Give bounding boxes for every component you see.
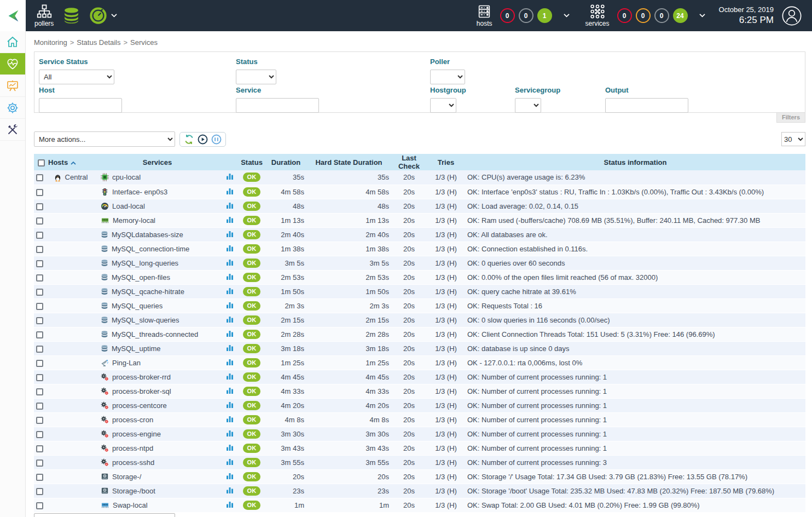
- graph-icon[interactable]: [226, 187, 234, 195]
- row-checkbox[interactable]: [36, 431, 43, 438]
- user-avatar[interactable]: [781, 5, 802, 26]
- poller-select[interactable]: [430, 70, 465, 84]
- pollers-menu[interactable]: pollers: [34, 4, 54, 27]
- row-checkbox[interactable]: [36, 346, 43, 353]
- hostgroup-select[interactable]: [430, 98, 456, 113]
- chevron-down-icon[interactable]: [563, 13, 570, 18]
- service-status-badge[interactable]: 0: [636, 8, 651, 23]
- breadcrumb-item[interactable]: Services: [130, 38, 158, 47]
- row-checkbox[interactable]: [36, 502, 43, 509]
- row-checkbox[interactable]: [36, 374, 43, 381]
- row-checkbox[interactable]: [36, 474, 43, 481]
- service-name[interactable]: MySQL_connection-time: [112, 245, 189, 253]
- graph-icon[interactable]: [226, 444, 234, 451]
- service-name[interactable]: MySQL_queries: [112, 302, 163, 310]
- page-size-select[interactable]: 30: [781, 132, 805, 146]
- graph-icon[interactable]: [226, 173, 234, 180]
- graph-icon[interactable]: [226, 273, 234, 280]
- row-checkbox[interactable]: [36, 217, 43, 225]
- chevron-down-icon[interactable]: [699, 13, 706, 18]
- service-name[interactable]: Interface- enp0s3: [112, 188, 167, 196]
- service-name[interactable]: Swap-local: [113, 501, 148, 509]
- select-all-checkbox[interactable]: [38, 159, 45, 166]
- output-input[interactable]: [605, 98, 688, 113]
- host-input[interactable]: [39, 98, 122, 113]
- service-status-badge[interactable]: 24: [673, 8, 688, 23]
- service-name[interactable]: process-centcore: [112, 401, 167, 410]
- status-select[interactable]: [236, 70, 276, 84]
- row-checkbox[interactable]: [36, 417, 43, 424]
- row-checkbox[interactable]: [36, 232, 43, 239]
- service-name[interactable]: Memory-local: [113, 216, 155, 225]
- graph-icon[interactable]: [226, 344, 234, 352]
- services-menu[interactable]: services: [585, 4, 610, 27]
- service-status-select[interactable]: All: [39, 70, 114, 84]
- service-name[interactable]: Storage-/: [112, 473, 141, 481]
- sidebar-item-reporting[interactable]: [0, 75, 25, 97]
- row-checkbox[interactable]: [36, 274, 43, 282]
- host-status-badge[interactable]: 0: [500, 8, 515, 23]
- service-name[interactable]: MySQL_uptime: [112, 344, 161, 353]
- service-name[interactable]: process-engine: [112, 430, 161, 438]
- service-name[interactable]: MySQL_threads-connected: [112, 330, 198, 338]
- column-hosts[interactable]: Hosts: [48, 154, 93, 170]
- host-status-badge[interactable]: 0: [519, 8, 533, 23]
- service-status-badge[interactable]: 0: [617, 8, 632, 23]
- column-last-check[interactable]: Last Check: [391, 154, 427, 170]
- row-checkbox[interactable]: [36, 388, 43, 395]
- row-checkbox[interactable]: [36, 174, 43, 181]
- graph-icon[interactable]: [226, 387, 234, 394]
- host-status-badge[interactable]: 1: [537, 8, 552, 23]
- service-status-badge[interactable]: 0: [654, 8, 669, 23]
- graph-icon[interactable]: [226, 216, 234, 223]
- graph-icon[interactable]: [226, 287, 234, 295]
- service-name[interactable]: MySQL_qcache-hitrate: [112, 288, 184, 296]
- column-hard-state-duration[interactable]: Hard State Duration: [306, 154, 391, 170]
- row-checkbox[interactable]: [36, 360, 43, 367]
- service-name[interactable]: Load-local: [112, 202, 145, 210]
- graph-icon[interactable]: [226, 358, 234, 366]
- graph-icon[interactable]: [226, 330, 234, 337]
- column-status[interactable]: Status: [238, 154, 265, 170]
- servicegroup-select[interactable]: [515, 98, 541, 113]
- breadcrumb-item[interactable]: Monitoring: [34, 38, 67, 47]
- graph-icon[interactable]: [226, 301, 234, 309]
- service-name[interactable]: process-cron: [112, 416, 153, 424]
- breadcrumb-item[interactable]: Status Details: [77, 38, 120, 47]
- row-checkbox[interactable]: [36, 189, 43, 196]
- row-checkbox[interactable]: [36, 203, 43, 210]
- service-name[interactable]: MySQL_slow-queries: [112, 316, 179, 324]
- bottom-more-actions-select-partial[interactable]: [34, 513, 175, 517]
- sidebar-item-administration[interactable]: [0, 119, 25, 141]
- service-name[interactable]: MySQL_long-queries: [112, 259, 178, 267]
- service-name[interactable]: Storage-/boot: [112, 487, 155, 495]
- graph-icon[interactable]: [226, 458, 234, 466]
- row-checkbox[interactable]: [36, 317, 43, 324]
- host-name[interactable]: Central: [65, 173, 88, 181]
- column-duration[interactable]: Duration: [265, 154, 306, 170]
- graph-icon[interactable]: [226, 202, 234, 209]
- row-checkbox[interactable]: [36, 403, 43, 410]
- graph-icon[interactable]: [226, 244, 234, 252]
- graph-icon[interactable]: [226, 372, 234, 380]
- graph-icon[interactable]: [226, 258, 234, 266]
- service-name[interactable]: Ping-Lan: [112, 359, 141, 367]
- service-name[interactable]: process-sshd: [112, 458, 154, 467]
- graph-icon[interactable]: [226, 486, 234, 494]
- service-name[interactable]: process-ntpd: [112, 444, 153, 452]
- pause-button[interactable]: [211, 134, 222, 145]
- graph-icon[interactable]: [226, 472, 234, 480]
- graph-icon[interactable]: [226, 415, 234, 423]
- graph-icon[interactable]: [226, 230, 234, 238]
- column-tries[interactable]: Tries: [427, 154, 465, 170]
- sidebar-item-monitoring[interactable]: [0, 53, 25, 75]
- chevron-down-icon[interactable]: [111, 13, 118, 18]
- graph-icon[interactable]: [226, 401, 234, 409]
- graph-icon[interactable]: [226, 315, 234, 323]
- row-checkbox[interactable]: [36, 289, 43, 296]
- more-actions-select[interactable]: More actions...: [34, 131, 175, 147]
- service-name[interactable]: MySQL_open-files: [112, 273, 170, 282]
- column-services[interactable]: Services: [93, 154, 222, 170]
- row-checkbox[interactable]: [36, 445, 43, 452]
- service-input[interactable]: [236, 98, 319, 113]
